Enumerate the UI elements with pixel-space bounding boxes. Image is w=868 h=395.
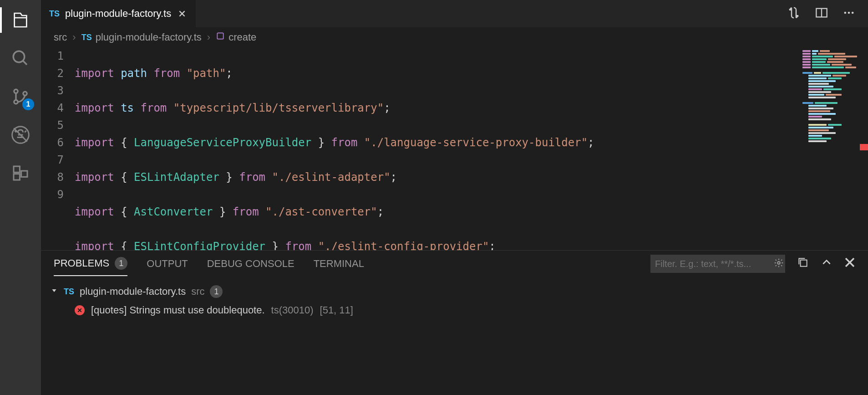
compare-icon[interactable] (787, 6, 801, 21)
minimap-error-marker (860, 144, 868, 150)
scm-badge: 1 (22, 98, 34, 110)
tab-debug-console[interactable]: DEBUG CONSOLE (207, 258, 294, 270)
problem-item[interactable]: [quotes] Strings must use doublequote. t… (50, 301, 859, 320)
editor-tab[interactable]: TS plugin-module-factory.ts (41, 0, 196, 27)
problem-message: [quotes] Strings must use doublequote. (91, 304, 265, 316)
svg-rect-6 (14, 166, 20, 172)
debug-disabled-icon[interactable] (10, 124, 31, 146)
method-icon (216, 31, 225, 43)
tabs-bar: TS plugin-module-factory.ts (41, 0, 868, 27)
typescript-file-icon: TS (81, 33, 92, 42)
problem-file-name: plugin-module-factory.ts (80, 286, 186, 298)
tab-output[interactable]: OUTPUT (147, 258, 188, 270)
chevron-down-icon[interactable] (50, 286, 58, 298)
chevron-right-icon: › (72, 31, 76, 43)
svg-rect-7 (14, 174, 20, 180)
filter-input[interactable] (655, 259, 770, 269)
svg-point-4 (23, 92, 27, 95)
source-control-icon[interactable]: 1 (10, 86, 31, 108)
error-icon (75, 305, 85, 315)
close-panel-icon[interactable] (844, 257, 855, 271)
tab-terminal[interactable]: TERMINAL (314, 258, 364, 270)
breadcrumb-symbol[interactable]: create (216, 31, 256, 43)
main-area: TS plugin-module-factory.ts src › TS plu… (41, 0, 868, 395)
breadcrumbs[interactable]: src › TS plugin-module-factory.ts › crea… (41, 27, 868, 47)
problem-file-group[interactable]: TS plugin-module-factory.ts src 1 (50, 282, 859, 301)
extensions-icon[interactable] (10, 162, 31, 184)
close-icon[interactable] (177, 8, 188, 19)
editor-actions (787, 6, 868, 21)
problems-count-badge: 1 (115, 257, 127, 270)
svg-point-13 (844, 12, 847, 14)
svg-point-3 (14, 100, 18, 104)
svg-rect-18 (801, 260, 807, 267)
svg-marker-21 (52, 289, 56, 292)
code-editor[interactable]: 123 456 789 import path from "path"; imp… (41, 47, 868, 250)
svg-rect-16 (217, 33, 223, 39)
svg-point-15 (852, 12, 854, 14)
chevron-up-icon[interactable] (821, 256, 832, 271)
svg-point-14 (848, 12, 850, 14)
svg-line-1 (23, 61, 27, 65)
svg-point-17 (777, 262, 780, 264)
breadcrumb-file[interactable]: TS plugin-module-factory.ts (81, 31, 202, 43)
explorer-icon[interactable] (10, 9, 31, 31)
typescript-file-icon: TS (64, 287, 74, 297)
panel-tabs: PROBLEMS 1 OUTPUT DEBUG CONSOLE TERMINAL (41, 251, 868, 277)
chevron-right-icon: › (207, 31, 210, 43)
problem-file-dir: src (191, 286, 204, 298)
problems-list: TS plugin-module-factory.ts src 1 [quote… (41, 277, 868, 395)
svg-rect-8 (21, 171, 27, 177)
svg-point-0 (13, 51, 25, 62)
split-editor-icon[interactable] (815, 6, 828, 21)
problem-file-count-badge: 1 (210, 285, 223, 298)
more-icon[interactable] (843, 6, 855, 21)
collapse-all-icon[interactable] (797, 256, 809, 271)
code-content[interactable]: import path from "path"; import ts from … (75, 47, 799, 250)
search-icon[interactable] (10, 47, 31, 69)
filter-settings-icon[interactable] (774, 258, 784, 270)
problem-location: [51, 11] (320, 304, 353, 316)
tab-problems[interactable]: PROBLEMS 1 (54, 257, 127, 276)
svg-point-2 (14, 89, 18, 93)
line-gutter: 123 456 789 (41, 47, 75, 250)
minimap[interactable] (799, 47, 868, 250)
filter-input-box[interactable] (650, 255, 785, 273)
typescript-file-icon: TS (49, 9, 60, 19)
bottom-panel: PROBLEMS 1 OUTPUT DEBUG CONSOLE TERMINAL (41, 250, 868, 395)
problem-code: ts(30010) (271, 304, 314, 316)
breadcrumb-folder[interactable]: src (54, 31, 67, 43)
tab-filename: plugin-module-factory.ts (65, 8, 171, 20)
activity-bar: 1 (0, 0, 41, 395)
